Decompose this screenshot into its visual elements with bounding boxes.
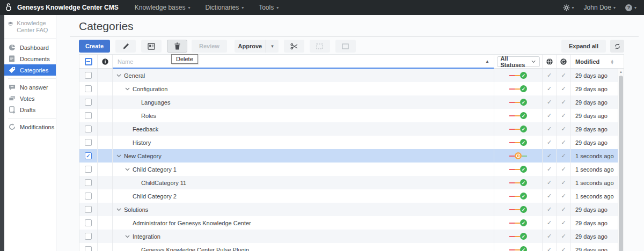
row-info-cell: [98, 69, 113, 82]
row-checkbox[interactable]: [85, 233, 92, 240]
modified-cell: 29 days ago: [575, 99, 608, 106]
chevron-down-icon[interactable]: [125, 87, 133, 91]
status-approved-icon: ✓: [520, 166, 527, 173]
category-name[interactable]: Administrator for Genesys Knowledge Cent…: [133, 220, 251, 226]
chevron-down-icon[interactable]: [116, 74, 124, 77]
sidebar-item-documents[interactable]: Documents: [4, 53, 56, 64]
chevron-down-icon[interactable]: [125, 235, 133, 238]
chevron-down-icon[interactable]: [125, 168, 133, 171]
table-header: ▲ All Statuses Modified: [79, 55, 624, 69]
menu-dictionaries[interactable]: Dictionaries▾: [205, 4, 244, 11]
modified-cell: 1 seconds ago: [575, 166, 614, 173]
table-row[interactable]: General ✓ ✓ ✓ 29 days ago: [79, 69, 624, 82]
sidebar-item-votes[interactable]: Votes: [4, 93, 56, 104]
sidebar-item-no-answer[interactable]: No answer: [4, 82, 56, 93]
published-check-icon: ✓: [547, 219, 552, 226]
published-check-icon: ✓: [547, 166, 552, 173]
category-name[interactable]: Languages: [141, 99, 170, 106]
row-checkbox[interactable]: [85, 112, 92, 119]
menu-knowledge-bases[interactable]: Knowledge bases▾: [135, 4, 191, 11]
sort-both-icon[interactable]: ▲▼: [611, 59, 614, 64]
table-row[interactable]: Solutions ✓ ✓ ✓ 29 days ago: [79, 203, 624, 216]
approve-button[interactable]: Approve: [235, 40, 266, 53]
refresh-button[interactable]: [610, 40, 624, 53]
collapsed-panel-strip: [0, 15, 4, 251]
review-button[interactable]: Review: [192, 40, 227, 53]
category-name[interactable]: New Category: [124, 153, 162, 159]
sidebar-item-categories[interactable]: Categories: [4, 64, 56, 76]
category-name[interactable]: Solutions: [124, 206, 148, 213]
table-row[interactable]: Integration ✓ ✓ ✓ 29 days ago: [79, 230, 624, 243]
category-name[interactable]: ChildCategory 11: [141, 180, 186, 186]
sidebar-item-drafts[interactable]: Drafts: [4, 104, 56, 115]
category-name[interactable]: Child Category 1: [133, 166, 177, 173]
row-checkbox[interactable]: [85, 219, 92, 226]
cut-button[interactable]: [284, 40, 304, 53]
approve-dropdown[interactable]: ▾: [266, 40, 279, 53]
sidebar-item-dashboard[interactable]: Dashboard: [4, 42, 56, 53]
table-row[interactable]: Configuration ✓ ✓ ✓ 29 days ago: [79, 82, 624, 95]
table-row[interactable]: Feedback ✓ ✓ ✓ 29 days ago: [79, 122, 624, 136]
category-name[interactable]: History: [133, 139, 151, 146]
row-checkbox[interactable]: [85, 179, 92, 186]
row-info-cell: [98, 149, 113, 163]
row-checkbox[interactable]: [85, 166, 92, 173]
category-name[interactable]: Integration: [133, 233, 160, 240]
scrollbar-thumb[interactable]: [619, 76, 623, 251]
table-row[interactable]: History ✓ ✓ ✓ 29 days ago: [79, 136, 624, 149]
sort-ascending-icon[interactable]: ▲: [485, 59, 489, 64]
create-button[interactable]: Create: [79, 40, 110, 53]
settings-menu[interactable]: ▾: [563, 4, 574, 11]
row-checkbox[interactable]: [85, 126, 92, 132]
scroll-up-arrow[interactable]: ▲: [618, 69, 624, 75]
category-name[interactable]: General: [124, 72, 145, 79]
row-checkbox[interactable]: [85, 85, 92, 92]
help-icon: ?: [625, 4, 632, 11]
menu-tools[interactable]: Tools▾: [259, 4, 279, 11]
knowledge-base-header[interactable]: Knowledge Center FAQ: [4, 15, 56, 39]
category-name[interactable]: Feedback: [133, 126, 158, 132]
globe-icon[interactable]: [546, 58, 553, 65]
select-all-button[interactable]: [335, 40, 356, 53]
row-checkbox[interactable]: [85, 193, 92, 200]
view-document-button[interactable]: [141, 40, 162, 53]
translated-check-icon: ✓: [561, 166, 566, 173]
row-checkbox[interactable]: [85, 99, 92, 106]
row-checkbox[interactable]: [85, 139, 92, 146]
table-row[interactable]: Roles ✓ ✓ ✓ 29 days ago: [79, 109, 624, 122]
table-row[interactable]: Languages ✓ ✓ ✓ 29 days ago: [79, 95, 624, 109]
chevron-down-icon[interactable]: [116, 154, 124, 158]
row-checkbox[interactable]: [85, 72, 92, 79]
category-name[interactable]: Roles: [141, 113, 156, 119]
table-row[interactable]: Child Category 2 ✓ ✓ ✓ 1 seconds ago: [79, 189, 624, 203]
edit-button[interactable]: [115, 40, 136, 53]
row-info-cell: [98, 216, 113, 230]
row-checkbox[interactable]: [85, 206, 92, 213]
modified-header[interactable]: Modified: [575, 58, 599, 65]
row-checkbox[interactable]: [85, 246, 92, 251]
table-row[interactable]: ✓ New Category ✓ ✓ 1 seconds ago: [79, 149, 624, 163]
vertical-scrollbar[interactable]: ▲: [618, 69, 624, 251]
status-stage-red: [509, 102, 515, 103]
status-approved-icon: ✓: [520, 72, 527, 79]
category-name[interactable]: Child Category 2: [133, 193, 177, 200]
status-indicator: [509, 152, 527, 159]
select-region-button[interactable]: [310, 40, 330, 53]
name-filter-input[interactable]: [113, 58, 483, 65]
user-menu[interactable]: John Doe ▾: [584, 4, 616, 11]
category-name[interactable]: Genesys Knowledge Center Pulse Plugin: [141, 247, 249, 251]
status-filter-select[interactable]: All Statuses: [497, 56, 540, 67]
delete-button[interactable]: [167, 40, 187, 53]
table-row[interactable]: Child Category 1 ✓ ✓ ✓ 1 seconds ago: [79, 163, 624, 176]
category-name[interactable]: Configuration: [133, 86, 167, 92]
table-row[interactable]: ChildCategory 11 ✓ ✓ ✓ 1 seconds ago: [79, 176, 624, 189]
help-menu[interactable]: ? ▾: [625, 4, 636, 11]
expand-all-button[interactable]: Expand all: [561, 40, 606, 53]
chevron-down-icon[interactable]: [116, 208, 124, 211]
table-row[interactable]: Genesys Knowledge Center Pulse Plugin ✓ …: [79, 243, 624, 251]
row-checkbox[interactable]: ✓: [85, 152, 92, 159]
sidebar-item-modifications[interactable]: Modifications: [4, 121, 56, 132]
table-row[interactable]: Administrator for Genesys Knowledge Cent…: [79, 216, 624, 230]
history-icon[interactable]: [560, 58, 567, 65]
select-all-checkbox[interactable]: [85, 58, 92, 65]
